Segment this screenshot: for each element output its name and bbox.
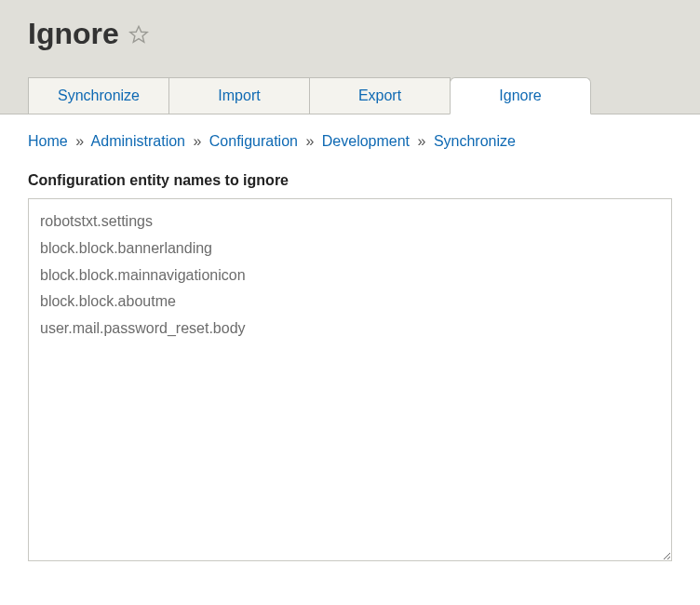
config-names-textarea[interactable] xyxy=(28,198,672,561)
content-region: Home » Administration » Configuration » … xyxy=(0,114,700,583)
breadcrumb-sep: » xyxy=(418,133,426,149)
star-icon[interactable] xyxy=(128,24,149,45)
svg-marker-0 xyxy=(130,26,147,42)
breadcrumb-home[interactable]: Home xyxy=(28,133,68,149)
breadcrumb-sep: » xyxy=(305,133,314,149)
breadcrumb-development[interactable]: Development xyxy=(322,133,410,149)
breadcrumb-configuration[interactable]: Configuration xyxy=(209,133,298,149)
tab-import[interactable]: Import xyxy=(168,77,310,114)
tab-ignore[interactable]: Ignore xyxy=(450,77,591,114)
config-names-label: Configuration entity names to ignore xyxy=(28,172,672,189)
page-title-row: Ignore xyxy=(28,17,672,77)
tab-export[interactable]: Export xyxy=(309,77,451,114)
header-region: Ignore Synchronize Import Export Ignore xyxy=(0,0,700,114)
breadcrumb-synchronize[interactable]: Synchronize xyxy=(434,133,516,149)
breadcrumb-administration[interactable]: Administration xyxy=(91,133,185,149)
breadcrumb-sep: » xyxy=(193,133,201,149)
breadcrumb: Home » Administration » Configuration » … xyxy=(28,133,672,150)
tab-synchronize[interactable]: Synchronize xyxy=(28,77,169,114)
breadcrumb-sep: » xyxy=(75,133,84,149)
page-title: Ignore xyxy=(28,17,119,51)
tabs: Synchronize Import Export Ignore xyxy=(28,77,672,114)
